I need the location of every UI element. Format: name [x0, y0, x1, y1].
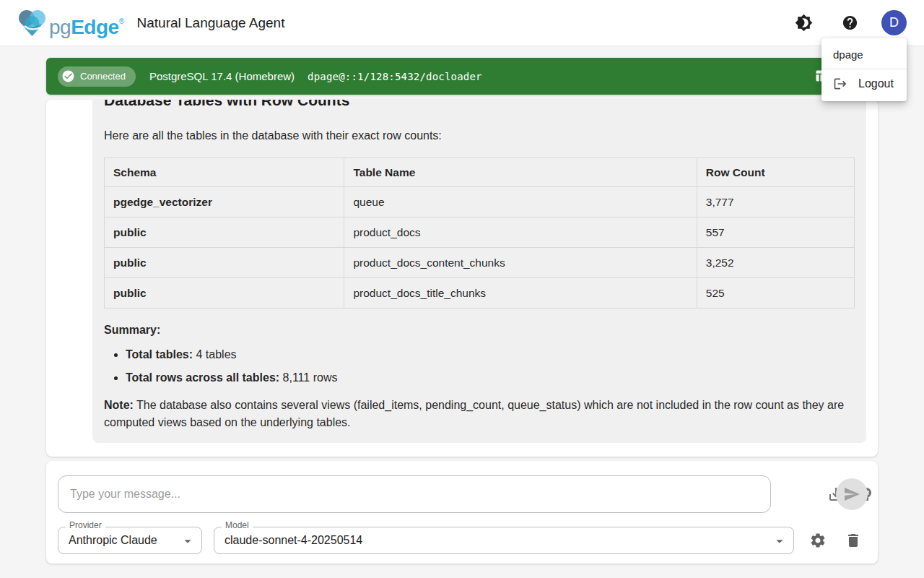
provider-select[interactable]: Provider Anthropic Claude — [58, 527, 202, 554]
chat-messages-panel: Database Tables with Row Counts Here are… — [46, 100, 878, 457]
pgedge-heart-icon — [17, 9, 48, 38]
column-header-table-name: Table Name — [344, 158, 697, 187]
gear-icon — [809, 532, 827, 549]
server-version-label: PostgreSQL 17.4 (Homebrew) — [149, 70, 295, 82]
logout-label: Logout — [858, 77, 894, 90]
composer-panel: Provider Anthropic Claude Model claude-s… — [46, 461, 878, 564]
table-cell: 557 — [697, 217, 854, 248]
pgedge-logo: pgEdge® — [17, 9, 124, 38]
table-row: publicproduct_docs_title_chunks525 — [105, 278, 855, 309]
user-dropdown-menu: dpage Logout — [821, 38, 907, 101]
logout-icon — [833, 77, 847, 91]
row-counts-table: Schema Table Name Row Count pgedge_vecto… — [104, 158, 855, 309]
table-cell: public — [105, 217, 344, 248]
table-cell: public — [105, 278, 344, 309]
table-cell: queue — [344, 187, 697, 217]
list-item: Total tables: 4 tables — [126, 346, 855, 363]
model-value: claude-sonnet-4-20250514 — [225, 534, 362, 547]
clear-chat-button[interactable] — [839, 526, 868, 555]
chevron-down-icon — [772, 533, 788, 552]
chevron-down-icon — [180, 533, 196, 552]
note-label: Note: — [104, 399, 134, 411]
message-input[interactable] — [58, 475, 771, 513]
assistant-message-bubble: Database Tables with Row Counts Here are… — [92, 100, 866, 443]
table-cell: product_docs — [344, 217, 697, 248]
bullet-label: Total tables: — [126, 348, 193, 361]
table-cell: public — [105, 248, 344, 278]
help-icon — [842, 14, 858, 31]
message-heading: Database Tables with Row Counts — [104, 100, 855, 110]
menu-username: dpage — [821, 41, 907, 69]
bullet-label: Total rows across all tables: — [126, 371, 279, 384]
table-cell: 525 — [697, 278, 854, 309]
provider-value: Anthropic Claude — [69, 534, 157, 547]
column-header-row-count: Row Count — [697, 158, 854, 187]
table-cell: pgedge_vectorizer — [105, 187, 344, 217]
connection-string: dpage@::1/128:5432/docloader — [308, 71, 482, 82]
table-row: publicproduct_docs_content_chunks3,252 — [105, 248, 855, 278]
table-header-row: Schema Table Name Row Count — [105, 158, 855, 187]
connected-badge: Connected — [58, 66, 136, 87]
note-text: The database also contains several views… — [104, 399, 844, 428]
check-circle-icon — [61, 69, 75, 83]
table-cell: 3,777 — [697, 187, 854, 217]
connection-status-bar: Connected PostgreSQL 17.4 (Homebrew) dpa… — [46, 58, 878, 95]
message-note: Note: The database also contains several… — [104, 397, 855, 431]
model-select[interactable]: Model claude-sonnet-4-20250514 — [214, 527, 794, 554]
message-intro: Here are all the tables in the database … — [104, 127, 855, 144]
send-button[interactable] — [836, 478, 868, 510]
send-icon — [843, 486, 860, 503]
column-header-schema: Schema — [105, 158, 344, 187]
list-item: Total rows across all tables: 8,111 rows — [126, 369, 855, 387]
model-label: Model — [222, 521, 253, 530]
table-row: publicproduct_docs557 — [105, 217, 855, 248]
table-cell: 3,252 — [697, 248, 854, 278]
table-cell: product_docs_content_chunks — [344, 248, 697, 278]
summary-list: Total tables: 4 tables Total rows across… — [104, 346, 855, 387]
bullet-value: 8,111 rows — [279, 371, 337, 384]
user-avatar[interactable]: D — [881, 10, 907, 35]
trash-icon — [845, 532, 862, 549]
settings-button[interactable] — [803, 526, 832, 555]
table-cell: product_docs_title_chunks — [344, 278, 697, 309]
page-title: Natural Language Agent — [137, 15, 285, 31]
help-button[interactable] — [835, 9, 864, 38]
table-row: pgedge_vectorizerqueue3,777 — [105, 187, 855, 217]
brightness-icon — [795, 14, 813, 32]
summary-heading: Summary: — [104, 322, 855, 339]
logout-menu-item[interactable]: Logout — [821, 69, 907, 98]
app-header: pgEdge® Natural Language Agent D — [0, 0, 924, 46]
pgedge-logo-text: pgEdge® — [49, 17, 124, 38]
avatar-initial: D — [889, 15, 899, 30]
connected-label: Connected — [80, 71, 126, 82]
provider-label: Provider — [66, 521, 105, 530]
dark-mode-toggle-button[interactable] — [789, 9, 818, 38]
bullet-value: 4 tables — [193, 348, 236, 361]
